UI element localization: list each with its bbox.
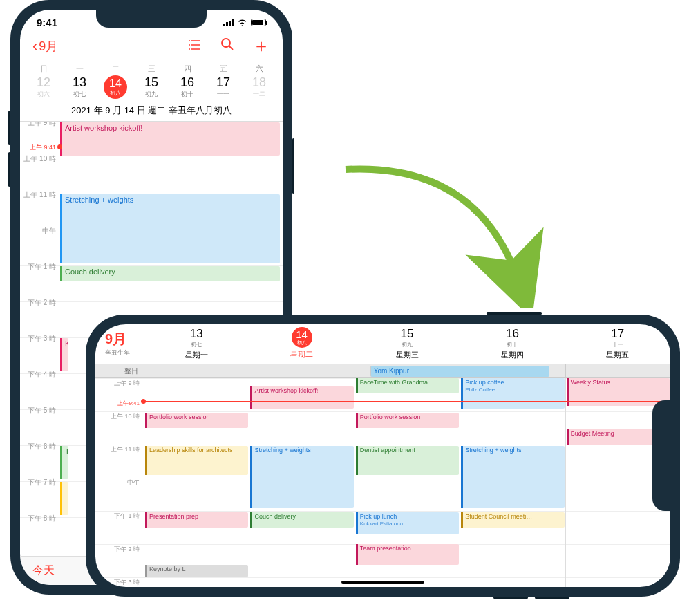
- svg-point-1: [189, 44, 190, 46]
- event-council[interactable]: Student Council meeti…: [461, 512, 564, 528]
- date-row: 12初六 13初七 14初八 15初九 16初十 17十一 18十二: [20, 74, 283, 102]
- event-facetime[interactable]: FaceTime with Grandma: [356, 378, 459, 393]
- event-portfolio[interactable]: Portfolio work session: [145, 413, 248, 428]
- date-cell[interactable]: 16初十: [169, 75, 205, 99]
- event-weekly[interactable]: Weekly Status: [567, 378, 670, 406]
- date-cell-selected[interactable]: 14初八: [97, 75, 133, 99]
- event-leadership[interactable]: Leadership skills for architects: [145, 446, 248, 475]
- svg-point-3: [222, 39, 230, 47]
- chevron-left-icon: ‹: [32, 37, 37, 55]
- event-couch[interactable]: Couch delivery: [250, 512, 353, 528]
- day-col-wed[interactable]: 15初九星期三: [355, 324, 460, 364]
- power-button: [292, 138, 294, 194]
- battery-icon: [251, 19, 266, 26]
- event-yellow[interactable]: [60, 482, 68, 515]
- col-tue: Artist workshop kickoff! Stretching + we…: [249, 378, 354, 587]
- rotate-arrow-icon: [325, 156, 553, 308]
- event-team[interactable]: Team presentation: [356, 544, 459, 565]
- date-cell[interactable]: 15初九: [133, 75, 169, 99]
- svg-point-0: [189, 40, 190, 41]
- notch: [96, 10, 207, 28]
- event-keynote[interactable]: Keynote by L: [145, 565, 248, 577]
- event-prep[interactable]: Presentation prep: [145, 512, 248, 528]
- event-portfolio-wed[interactable]: Portfolio work session: [356, 413, 459, 428]
- list-icon[interactable]: [189, 38, 202, 54]
- event-stretch-thu[interactable]: Stretching + weights: [461, 446, 564, 508]
- date-cell[interactable]: 13初七: [62, 75, 97, 99]
- event-dentist[interactable]: Dentist appointment: [356, 446, 459, 475]
- volume-up-button: [535, 597, 569, 599]
- add-icon[interactable]: ＋: [252, 34, 270, 58]
- search-icon[interactable]: [220, 37, 234, 55]
- volume-down-button: [8, 152, 10, 187]
- volume-down-button: [493, 597, 528, 599]
- event-couch-delivery[interactable]: Couch delivery: [60, 266, 280, 281]
- col-mon: Portfolio work session Leadership skills…: [144, 378, 249, 587]
- status-time: 9:41: [37, 17, 57, 28]
- full-date-label: 2021 年 9 月 14 日 週二 辛丑年八月初八: [20, 102, 283, 122]
- iphone-landscape: 9月 辛丑牛年 13初七星期一 14初八星期二 15初九星期三 16初十星期四 …: [86, 315, 680, 597]
- home-indicator: [341, 581, 424, 584]
- allday-event-yom-kippur[interactable]: Yom Kippur: [370, 366, 549, 377]
- week-header: 9月 辛丑牛年 13初七星期一 14初八星期二 15初九星期三 16初十星期四 …: [95, 324, 670, 364]
- volume-up-button: [8, 111, 10, 145]
- notch: [652, 400, 670, 511]
- day-col-tue-selected[interactable]: 14初八星期二: [249, 324, 354, 364]
- back-button[interactable]: ‹ 9月: [32, 37, 58, 55]
- svg-point-2: [189, 48, 190, 50]
- allday-row: 整日 Yom Kippur: [95, 364, 670, 378]
- now-indicator: [144, 401, 670, 402]
- event-coffee[interactable]: Pick up coffeePhilz Coffee…: [461, 378, 564, 409]
- col-thu: Pick up coffeePhilz Coffee… Stretching +…: [460, 378, 565, 587]
- week-timeline[interactable]: 上午 9 時 上午9:41上午 10 時 上午 11 時 中午 下午 1 時 下…: [95, 378, 670, 587]
- date-cell[interactable]: 18十二: [241, 75, 277, 99]
- day-col-mon[interactable]: 13初七星期一: [144, 324, 249, 364]
- power-button: [487, 312, 542, 315]
- col-wed: FaceTime with Grandma Portfolio work ses…: [355, 378, 460, 587]
- event-k[interactable]: K: [60, 338, 68, 371]
- nav-bar: ‹ 9月 ＋: [20, 28, 283, 64]
- cellular-icon: [223, 19, 234, 26]
- date-cell[interactable]: 12初六: [26, 75, 62, 99]
- wifi-icon: [237, 19, 247, 26]
- event-t[interactable]: T: [60, 446, 68, 479]
- now-indicator: 上午 9:41: [20, 147, 283, 147]
- now-label: 上午9:41: [117, 400, 140, 407]
- weekday-header: 日 一 二 三 四 五 六: [20, 64, 283, 74]
- day-col-fri[interactable]: 17十一星期五: [565, 324, 670, 364]
- event-stretch[interactable]: Stretching + weights: [250, 446, 353, 508]
- date-cell[interactable]: 17十一: [205, 75, 241, 99]
- day-col-thu[interactable]: 16初十星期四: [460, 324, 565, 364]
- event-lunch[interactable]: Pick up lunchKokkari Estiatorio…: [356, 512, 459, 534]
- event-artist[interactable]: Artist workshop kickoff!: [250, 386, 353, 409]
- event-budget[interactable]: Budget Meeting: [567, 429, 654, 445]
- event-artist-workshop[interactable]: Artist workshop kickoff!: [60, 122, 280, 156]
- month-label[interactable]: 9月 辛丑牛年: [95, 324, 144, 364]
